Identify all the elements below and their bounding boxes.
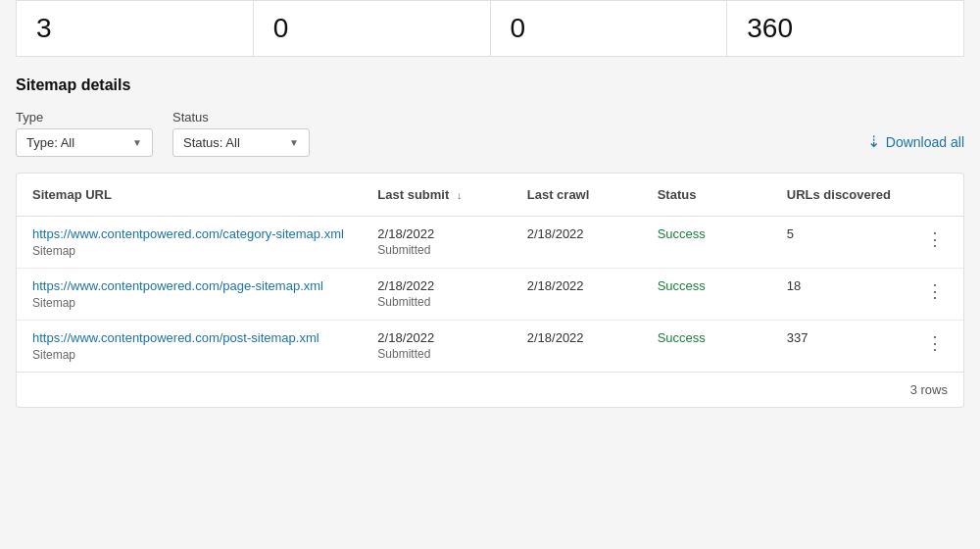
status-filter-label: Status	[172, 110, 310, 125]
sitemaps-table: Sitemap URL Last submit ↓ Last crawl Sta…	[17, 174, 963, 372]
stat-cell-3: 360	[727, 1, 963, 56]
table-row: https://www.contentpowered.com/post-site…	[17, 321, 963, 373]
stat-cell-1: 0	[254, 1, 491, 56]
table-header-row: Sitemap URL Last submit ↓ Last crawl Sta…	[17, 174, 963, 217]
cell-url-2: https://www.contentpowered.com/post-site…	[17, 321, 362, 373]
more-options-icon-0[interactable]: ⋮	[922, 226, 948, 252]
col-header-status: Status	[642, 174, 771, 217]
cell-url-1: https://www.contentpowered.com/page-site…	[17, 269, 362, 321]
cell-urls-discovered-2: 337	[771, 321, 906, 373]
cell-last-crawl-2: 2/18/2022	[512, 321, 642, 373]
submit-sub-0: Submitted	[377, 243, 495, 257]
row-count: 3 rows	[910, 382, 948, 397]
crawl-date-0: 2/18/2022	[527, 226, 626, 241]
sitemaps-table-container: Sitemap URL Last submit ↓ Last crawl Sta…	[16, 173, 964, 408]
table-footer: 3 rows	[17, 372, 963, 407]
crawl-date-2: 2/18/2022	[527, 330, 626, 345]
sitemap-type-0: Sitemap	[32, 244, 346, 258]
submit-date-0: 2/18/2022	[377, 226, 495, 241]
cell-status-2: Success	[642, 321, 771, 373]
type-chevron-down-icon: ▼	[132, 137, 142, 148]
cell-url-0: https://www.contentpowered.com/category-…	[17, 217, 362, 269]
cell-status-1: Success	[642, 269, 771, 321]
crawl-date-1: 2/18/2022	[527, 278, 626, 293]
sitemap-type-1: Sitemap	[32, 296, 346, 310]
stat-value-0: 3	[36, 13, 233, 44]
type-filter-value: Type: All	[26, 135, 74, 150]
urls-count-1: 18	[787, 278, 801, 293]
type-filter-label: Type	[16, 110, 153, 125]
status-badge-2: Success	[658, 330, 706, 345]
cell-last-crawl-1: 2/18/2022	[512, 269, 642, 321]
download-icon: ⇣	[867, 132, 880, 151]
cell-urls-discovered-1: 18	[771, 269, 906, 321]
status-filter-value: Status: All	[183, 135, 240, 150]
col-header-urls-discovered: URLs discovered	[771, 174, 906, 217]
section-title: Sitemap details	[16, 76, 964, 94]
urls-count-0: 5	[787, 226, 794, 241]
table-row: https://www.contentpowered.com/page-site…	[17, 269, 963, 321]
cell-status-0: Success	[642, 217, 771, 269]
cell-action-1: ⋮	[906, 269, 963, 321]
sitemap-url-link-1[interactable]: https://www.contentpowered.com/page-site…	[32, 278, 346, 293]
cell-urls-discovered-0: 5	[771, 217, 906, 269]
sort-icon: ↓	[457, 189, 463, 201]
cell-last-submit-2: 2/18/2022 Submitted	[362, 321, 511, 373]
download-button-label: Download all	[886, 134, 964, 150]
type-filter-select[interactable]: Type: All ▼	[16, 128, 153, 157]
status-badge-1: Success	[658, 278, 706, 293]
sitemap-url-link-2[interactable]: https://www.contentpowered.com/post-site…	[32, 330, 346, 345]
type-filter-group: Type Type: All ▼	[16, 110, 153, 157]
status-filter-select[interactable]: Status: All ▼	[172, 128, 310, 157]
stat-cell-0: 3	[17, 1, 254, 56]
sitemap-url-link-0[interactable]: https://www.contentpowered.com/category-…	[32, 226, 346, 241]
cell-last-crawl-0: 2/18/2022	[512, 217, 642, 269]
download-all-button[interactable]: ⇣ Download all	[867, 126, 964, 157]
more-options-icon-1[interactable]: ⋮	[922, 278, 948, 304]
submit-date-2: 2/18/2022	[377, 330, 495, 345]
stat-value-1: 0	[273, 13, 470, 44]
stat-value-2: 0	[511, 13, 708, 44]
col-header-action	[906, 174, 963, 217]
status-badge-0: Success	[658, 226, 706, 241]
sitemap-type-2: Sitemap	[32, 348, 346, 362]
stat-cell-2: 0	[491, 1, 728, 56]
sitemap-details-section: Sitemap details Type Type: All ▼ Status …	[16, 76, 964, 408]
col-header-last-submit[interactable]: Last submit ↓	[362, 174, 511, 217]
table-row: https://www.contentpowered.com/category-…	[17, 217, 963, 269]
cell-action-0: ⋮	[906, 217, 963, 269]
status-chevron-down-icon: ▼	[289, 137, 299, 148]
submit-date-1: 2/18/2022	[377, 278, 495, 293]
col-header-url: Sitemap URL	[17, 174, 362, 217]
submit-sub-1: Submitted	[377, 295, 495, 309]
submit-sub-2: Submitted	[377, 347, 495, 361]
cell-action-2: ⋮	[906, 321, 963, 373]
cell-last-submit-1: 2/18/2022 Submitted	[362, 269, 511, 321]
col-header-last-crawl: Last crawl	[512, 174, 642, 217]
status-filter-group: Status Status: All ▼	[172, 110, 310, 157]
stat-value-3: 360	[747, 13, 944, 44]
stats-bar: 3 0 0 360	[16, 0, 964, 57]
cell-last-submit-0: 2/18/2022 Submitted	[362, 217, 511, 269]
filters-row: Type Type: All ▼ Status Status: All ▼ ⇣ …	[16, 110, 964, 157]
more-options-icon-2[interactable]: ⋮	[922, 330, 948, 356]
urls-count-2: 337	[787, 330, 808, 345]
